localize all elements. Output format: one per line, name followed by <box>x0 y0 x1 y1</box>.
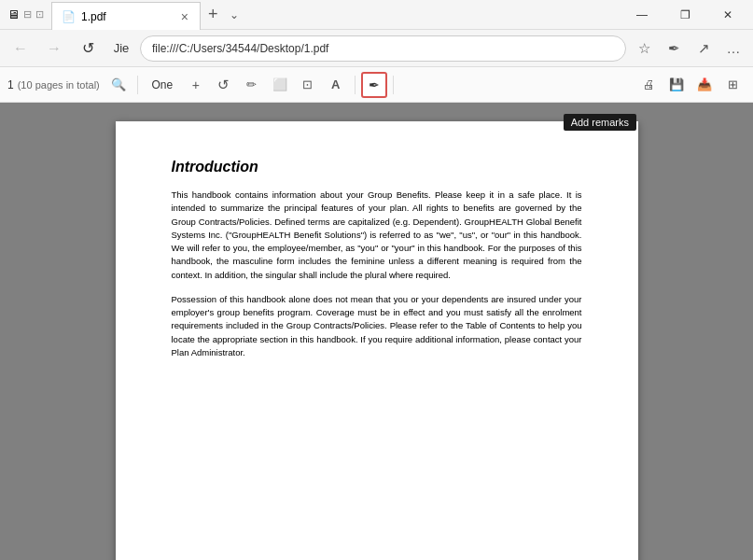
minimize-icon: ⊟ <box>23 8 32 21</box>
text-button[interactable]: A <box>323 72 349 98</box>
pdf-paragraph-1: This handbook contains information about… <box>172 189 582 282</box>
print-button[interactable]: 🖨 <box>635 72 662 98</box>
tab-1pdf[interactable]: 📄 1.pdf × <box>51 2 201 30</box>
close-button[interactable]: ✕ <box>706 0 749 30</box>
rotate-button[interactable]: ↺ <box>211 72 237 98</box>
title-bar-left: 🖥 ⊟ ⊡ <box>0 7 51 21</box>
edit-pen-button[interactable]: ✏ <box>239 72 265 98</box>
share-button[interactable]: ↗ <box>690 35 718 63</box>
pdf-area[interactable]: Introduction This handbook contains info… <box>0 103 753 560</box>
zoom-level: One <box>144 78 181 91</box>
crop-button[interactable]: ⊡ <box>295 72 321 98</box>
tab-area: 📄 1.pdf × + ⌄ <box>51 0 621 29</box>
title-bar: 🖥 ⊟ ⊡ 📄 1.pdf × + ⌄ — ❐ ✕ <box>0 0 753 30</box>
search-icon[interactable]: 🔍 <box>105 72 132 98</box>
more-button[interactable]: … <box>719 35 747 63</box>
window-icon: 🖥 <box>7 7 20 21</box>
pdf-page: Introduction This handbook contains info… <box>116 121 638 560</box>
new-tab-button[interactable]: + <box>201 5 226 24</box>
separator-2 <box>355 76 356 94</box>
pen-button[interactable]: ✒ <box>660 35 688 63</box>
restore-button[interactable]: ❐ <box>663 0 706 30</box>
refresh-button[interactable]: ↺ <box>73 34 103 63</box>
tab-title: 1.pdf <box>81 10 174 23</box>
save-button[interactable]: 💾 <box>663 72 690 98</box>
address-text: file:///C:/Users/34544/Desktop/1.pdf <box>152 42 614 55</box>
more-tools-button[interactable]: ⊞ <box>719 72 746 98</box>
address-bar[interactable]: file:///C:/Users/34544/Desktop/1.pdf <box>140 35 626 62</box>
separator-3 <box>393 76 394 94</box>
user-avatar[interactable]: Jie <box>106 34 136 63</box>
minimize-button[interactable]: — <box>621 0 663 30</box>
nav-bar: ← → ↺ Jie file:///C:/Users/34544/Desktop… <box>0 30 753 67</box>
page-number: 1 <box>7 78 14 91</box>
back-button[interactable]: ← <box>6 34 35 63</box>
page-count: (10 pages in total) <box>18 79 100 91</box>
add-button[interactable]: + <box>183 72 209 98</box>
tab-dropdown-button[interactable]: ⌄ <box>226 8 243 21</box>
window-controls: — ❐ ✕ <box>621 0 753 30</box>
pdf-tab-icon: 📄 <box>62 10 76 23</box>
remark-button[interactable]: ✒ <box>361 72 387 98</box>
forward-button[interactable]: → <box>39 34 69 63</box>
restore-icon: ⊡ <box>35 8 44 21</box>
separator-1 <box>137 76 138 94</box>
nav-icons-right: ☆ ✒ ↗ … <box>630 35 747 63</box>
pdf-paragraph-2: Possession of this handbook alone does n… <box>172 293 582 359</box>
toolbar: 1 (10 pages in total) 🔍 One + ↺ ✏ ⬜ ⊡ A … <box>0 67 753 103</box>
toolbar-right: 🖨 💾 📥 ⊞ <box>635 72 746 98</box>
doc-button[interactable]: 📥 <box>691 72 718 98</box>
tab-close-button[interactable]: × <box>179 9 190 24</box>
expand-button[interactable]: ⬜ <box>267 72 293 98</box>
page-info: 1 (10 pages in total) <box>7 78 100 91</box>
favorite-button[interactable]: ☆ <box>630 35 658 63</box>
pdf-section-title: Introduction <box>172 159 582 175</box>
